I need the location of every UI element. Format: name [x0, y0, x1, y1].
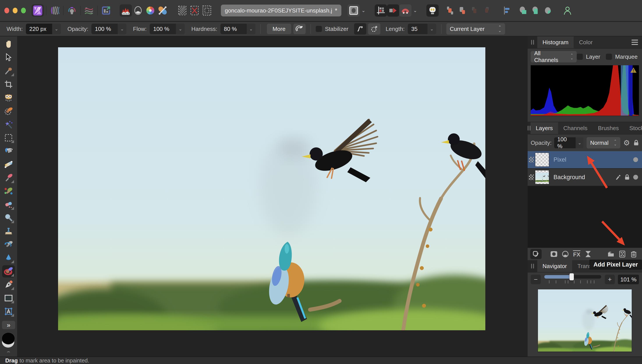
blur-tool[interactable]: [2, 252, 15, 264]
layer-drag-handle[interactable]: [528, 151, 535, 168]
tab-navigator[interactable]: Navigator: [537, 260, 572, 272]
opacity-dropdown-chevron[interactable]: ⌄: [118, 24, 127, 34]
tone-mapping-persona-button[interactable]: [83, 4, 95, 17]
layer-checkbox[interactable]: [577, 54, 583, 60]
adjustment-layer-button[interactable]: [560, 249, 571, 259]
brush-flow-value[interactable]: 100 %: [150, 24, 176, 34]
group-layers-button[interactable]: [605, 249, 616, 259]
visibility-toggle[interactable]: [633, 157, 638, 162]
develop-persona-button[interactable]: [66, 4, 78, 17]
layer-row-pixel[interactable]: Pixel: [528, 151, 642, 169]
move-to-back-button[interactable]: [456, 4, 468, 17]
pen-tool[interactable]: [2, 278, 15, 291]
blend-options-gear-icon[interactable]: ⚙: [623, 138, 630, 147]
blend-mode-select[interactable]: Normal ⌃⌄: [586, 137, 620, 148]
photo-persona-button[interactable]: [32, 4, 44, 17]
force-pixel-alignment-button[interactable]: [375, 4, 387, 17]
tab-stock[interactable]: Stock: [624, 122, 642, 134]
auto-white-balance-button[interactable]: [157, 4, 169, 17]
auto-levels-button[interactable]: [120, 4, 132, 17]
layer-name[interactable]: Background: [553, 174, 585, 181]
marquee-checkbox[interactable]: [606, 54, 612, 60]
marquee-select-tool[interactable]: [2, 132, 15, 144]
delete-layer-button[interactable]: [628, 249, 639, 259]
snapping-button[interactable]: [399, 4, 411, 17]
layer-thumbnail-pixel[interactable]: [535, 153, 549, 167]
layer-thumbnail-background[interactable]: [535, 170, 549, 184]
zoom-slider[interactable]: [544, 275, 601, 278]
length-value[interactable]: 35: [408, 24, 427, 34]
more-button[interactable]: More: [267, 24, 291, 34]
layer-row-background[interactable]: Background: [528, 169, 642, 186]
color-swatches[interactable]: [2, 332, 16, 346]
pixel-brush-tool[interactable]: [2, 185, 15, 197]
flood-select-tool[interactable]: [2, 118, 15, 130]
close-window-button[interactable]: [5, 8, 9, 13]
panel-grip[interactable]: [528, 260, 537, 272]
zoom-slider-handle[interactable]: [569, 273, 574, 280]
account-button[interactable]: [561, 4, 574, 17]
mask-preview-button[interactable]: [348, 4, 360, 17]
canvas-area[interactable]: [17, 36, 528, 356]
select-all-button[interactable]: [176, 4, 188, 17]
boolean-subtract-button[interactable]: [529, 4, 542, 17]
boolean-intersect-button[interactable]: [542, 4, 554, 17]
flow-dropdown-chevron[interactable]: ⌄: [176, 24, 185, 34]
export-persona-button[interactable]: [100, 4, 112, 17]
zoom-window-button[interactable]: [21, 8, 26, 13]
add-pixel-layer-button[interactable]: [616, 249, 628, 259]
move-backward-button[interactable]: [481, 4, 493, 17]
alignment-button[interactable]: [500, 4, 513, 17]
auto-colour-button[interactable]: [144, 4, 157, 17]
layer-opacity-field[interactable]: 100 % ⌄: [554, 137, 583, 148]
erase-tool[interactable]: [2, 198, 15, 211]
layer-effects-button[interactable]: FX: [571, 249, 582, 259]
foreground-color-swatch[interactable]: [2, 332, 15, 344]
stabilizer-checkbox[interactable]: [316, 26, 322, 32]
document-title-tab[interactable]: goncalo-mourao-2F0SEJYSITE-unsplash.j *: [221, 4, 341, 16]
brush-width-value[interactable]: 220 px: [26, 24, 52, 34]
zoom-in-button[interactable]: +: [605, 275, 615, 284]
inpainting-brush-tool[interactable]: [2, 265, 15, 278]
layer-target-select[interactable]: Current Layer ⌃⌄: [446, 23, 505, 34]
length-dropdown-chevron[interactable]: ⌄: [427, 24, 436, 34]
auto-contrast-button[interactable]: [132, 4, 144, 17]
snapping-dropdown[interactable]: ⌄: [411, 4, 419, 17]
move-by-whole-pixels-button[interactable]: [387, 4, 399, 17]
brush-opacity-value[interactable]: 100 %: [91, 24, 118, 34]
channel-select[interactable]: All Channels ⌃⌄: [531, 51, 577, 62]
mask-preview-dropdown[interactable]: ⌄: [360, 4, 367, 17]
clipping-warning-icon[interactable]: [630, 67, 637, 74]
assistant-button[interactable]: [426, 4, 439, 17]
brush-opacity-field[interactable]: 100 % ⌄: [91, 24, 127, 34]
mask-layer-button[interactable]: [548, 249, 560, 259]
clone-stamp-tool[interactable]: [2, 225, 15, 238]
brush-hardness-field[interactable]: 80 % ⌄: [220, 24, 256, 34]
flood-fill-tool[interactable]: [2, 145, 15, 157]
edit-all-layers-button[interactable]: [530, 249, 542, 259]
panel-grip[interactable]: [528, 36, 537, 48]
freehand-selection-tool[interactable]: [2, 105, 15, 117]
visibility-toggle[interactable]: [633, 175, 638, 180]
zoom-out-button[interactable]: −: [531, 275, 541, 284]
swap-colors-icon[interactable]: ⌢: [7, 348, 10, 354]
width-dropdown-chevron[interactable]: ⌄: [52, 24, 61, 34]
tab-brushes[interactable]: Brushes: [593, 122, 624, 134]
undo-brush-tool[interactable]: [2, 238, 15, 251]
navigator-thumbnail[interactable]: [538, 289, 632, 352]
panel-grip[interactable]: [528, 122, 530, 134]
more-tools-button[interactable]: »: [2, 321, 15, 329]
paint-brush-tool[interactable]: [2, 172, 15, 184]
move-tool[interactable]: [2, 52, 15, 64]
document-canvas[interactable]: [58, 47, 485, 330]
frame-text-tool[interactable]: [2, 305, 15, 318]
deselect-button[interactable]: [188, 4, 201, 17]
live-filter-button[interactable]: [582, 249, 594, 259]
opacity-chevron[interactable]: ⌄: [576, 137, 583, 148]
brush-flow-field[interactable]: 100 % ⌄: [150, 24, 185, 34]
histogram-menu-icon[interactable]: [631, 40, 638, 45]
crop-tool[interactable]: [2, 78, 15, 90]
liquify-persona-button[interactable]: [49, 4, 61, 17]
magnifier-tool[interactable]: [2, 212, 15, 224]
gradient-tool[interactable]: [2, 158, 15, 170]
